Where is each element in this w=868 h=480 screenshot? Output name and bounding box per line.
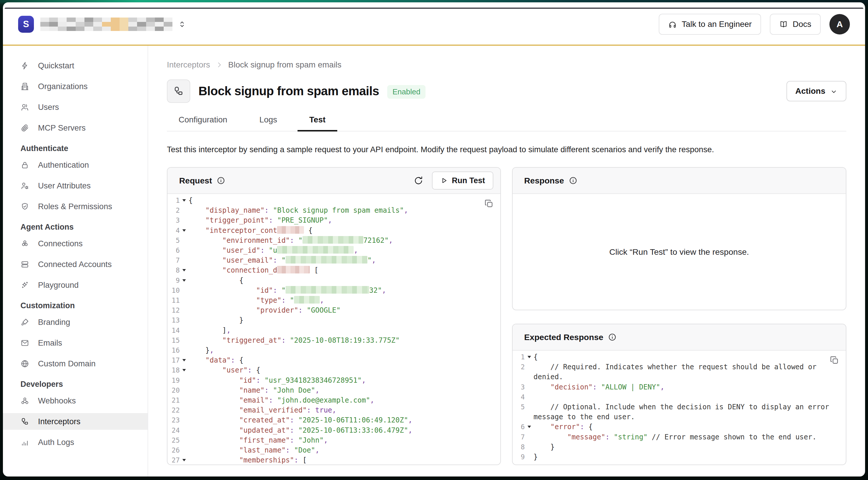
- code-line-22[interactable]: 22 "email_verified": true,: [167, 405, 500, 415]
- sidebar-item-connected-accounts[interactable]: Connected Accounts: [3, 256, 148, 273]
- talk-to-engineer-button[interactable]: Talk to an Engineer: [659, 14, 761, 35]
- breadcrumb-interceptors[interactable]: Interceptors: [167, 60, 210, 69]
- code-line-1[interactable]: 1{: [167, 195, 500, 205]
- sidebar-item-users[interactable]: Users: [3, 99, 148, 116]
- code-line-21[interactable]: 21 "email": "john.doe@example.com",: [167, 395, 500, 405]
- sidebar-item-roles-permissions[interactable]: Roles & Permissions: [3, 198, 148, 215]
- fold-arrow-icon[interactable]: [525, 422, 534, 432]
- code-line-4[interactable]: 4 "interceptor_cont {: [167, 226, 500, 235]
- code-line-9[interactable]: 9 {: [167, 276, 500, 285]
- code-line-15[interactable]: 15 "triggered_at": "2025-10-08T18:19:33.…: [167, 335, 500, 345]
- sidebar-item-quickstart[interactable]: Quickstart: [3, 57, 148, 74]
- docs-button[interactable]: Docs: [770, 14, 820, 35]
- info-icon[interactable]: [608, 333, 617, 342]
- code-line-19[interactable]: 19 "id": "usr_93418238346728951",: [167, 376, 500, 385]
- code-text: {: [534, 352, 846, 362]
- fold-arrow-icon[interactable]: [180, 455, 188, 465]
- run-test-button[interactable]: Run Test: [432, 171, 493, 190]
- sidebar-item-connections[interactable]: Connections: [3, 235, 148, 252]
- fold-arrow-icon[interactable]: [525, 352, 534, 362]
- code-line-7[interactable]: 7 "message": "string" // Error message s…: [513, 432, 846, 442]
- copy-icon[interactable]: [830, 355, 839, 365]
- fold-spacer: [525, 392, 534, 402]
- code-text: "error": {: [534, 422, 846, 432]
- code-line-10[interactable]: 10 "id": "32",: [167, 285, 500, 295]
- code-line-23[interactable]: 23 "created_at": "2025-10-06T11:06:49.12…: [167, 415, 500, 425]
- copy-icon[interactable]: [484, 199, 494, 209]
- fold-arrow-icon[interactable]: [180, 226, 188, 235]
- fold-arrow-icon[interactable]: [180, 265, 188, 275]
- actions-button[interactable]: Actions: [786, 81, 846, 101]
- sidebar-item-label: Authentication: [38, 160, 89, 170]
- code-line-2[interactable]: 2 "display_name": "Block signup from spa…: [167, 205, 500, 215]
- info-icon[interactable]: [569, 176, 578, 185]
- refresh-icon[interactable]: [413, 175, 424, 186]
- code-line-6[interactable]: 6 "error": {: [513, 422, 846, 432]
- code-line-7[interactable]: 7 "user_email": "",: [167, 255, 500, 265]
- code-line-5[interactable]: 5 // Optional. Include when the decision…: [513, 402, 846, 422]
- sidebar-item-branding[interactable]: Branding: [3, 314, 148, 330]
- code-line-14[interactable]: 14 ],: [167, 325, 500, 335]
- sidebar-item-label: Auth Logs: [38, 438, 74, 447]
- sidebar-item-organizations[interactable]: Organizations: [3, 78, 148, 95]
- code-line-27[interactable]: 27 "memberships": [: [167, 455, 500, 465]
- fold-spacer: [180, 325, 188, 335]
- sidebar-item-label: MCP Servers: [38, 123, 86, 133]
- code-line-26[interactable]: 26 "last_name": "Doe",: [167, 445, 500, 455]
- code-line-12[interactable]: 12 "provider": "GOOGLE": [167, 305, 500, 315]
- sidebar-item-custom-domain[interactable]: Custom Domain: [3, 355, 148, 372]
- code-text: "message": "string" // Error message sho…: [534, 432, 846, 442]
- code-line-3[interactable]: 3 "trigger_point": "PRE_SIGNUP",: [167, 215, 500, 225]
- chevrons-up-down-icon[interactable]: [178, 20, 186, 29]
- user-avatar[interactable]: A: [830, 14, 850, 34]
- tab-configuration[interactable]: Configuration: [167, 115, 239, 131]
- code-line-16[interactable]: 16 },: [167, 345, 500, 355]
- tab-logs[interactable]: Logs: [248, 115, 289, 131]
- code-line-1[interactable]: 1{: [513, 352, 846, 362]
- sidebar-item-webhooks[interactable]: Webhooks: [3, 392, 148, 409]
- expected-response-code[interactable]: 1{2 // Required. Indicates whether the r…: [513, 351, 846, 465]
- sidebar-item-authentication[interactable]: Authentication: [3, 157, 148, 173]
- code-line-18[interactable]: 18 "user": {: [167, 365, 500, 375]
- fold-arrow-icon[interactable]: [180, 195, 188, 205]
- code-text: "provider": "GOOGLE": [188, 305, 500, 315]
- code-line-25[interactable]: 25 "first_name": "John",: [167, 435, 500, 445]
- request-code-editor[interactable]: 1{2 "display_name": "Block signup from s…: [167, 194, 500, 465]
- code-text: "user": {: [188, 365, 500, 375]
- sidebar-item-emails[interactable]: Emails: [3, 334, 148, 351]
- line-number: 6: [167, 246, 180, 255]
- code-text: "triggered_at": "2025-10-08T18:19:33.775…: [188, 335, 500, 345]
- code-line-3[interactable]: 3 "decision": "ALLOW | DENY",: [513, 382, 846, 392]
- fold-spacer: [180, 315, 188, 325]
- code-line-11[interactable]: 11 "type": ",: [167, 295, 500, 305]
- code-line-2[interactable]: 2 // Required. Indicates whether the req…: [513, 362, 846, 382]
- org-switcher[interactable]: S: [18, 16, 186, 33]
- code-line-6[interactable]: 6 "user_id": "u,: [167, 246, 500, 255]
- shield-check-icon: [21, 202, 29, 211]
- fold-arrow-icon[interactable]: [180, 355, 188, 365]
- window-frame: S Talk to an Engineer Docs A: [0, 0, 868, 480]
- code-line-4[interactable]: 4: [513, 392, 846, 402]
- sidebar-item-interceptors[interactable]: Interceptors: [3, 413, 148, 430]
- code-line-8[interactable]: 8 }: [513, 442, 846, 452]
- code-line-8[interactable]: 8 "connection_d [: [167, 265, 500, 275]
- fold-arrow-icon[interactable]: [180, 276, 188, 285]
- code-line-17[interactable]: 17 "data": {: [167, 355, 500, 365]
- workspace-logo[interactable]: S: [18, 16, 34, 33]
- line-number: 18: [167, 365, 180, 375]
- sidebar-item-mcp-servers[interactable]: MCP Servers: [3, 120, 148, 136]
- code-line-20[interactable]: 20 "name": "John Doe",: [167, 385, 500, 395]
- fold-arrow-icon[interactable]: [180, 365, 188, 375]
- tab-test[interactable]: Test: [298, 115, 337, 131]
- code-text: "memberships": [: [188, 455, 500, 465]
- code-line-5[interactable]: 5 "environment_id": "72162",: [167, 235, 500, 246]
- code-line-13[interactable]: 13 }: [167, 315, 500, 325]
- code-line-9[interactable]: 9}: [513, 452, 846, 462]
- sidebar-item-auth-logs[interactable]: Auth Logs: [3, 434, 148, 450]
- breadcrumb-current: Block signup from spam emails: [228, 60, 341, 69]
- sidebar-item-playground[interactable]: Playground: [3, 277, 148, 293]
- sidebar-item-user-attributes[interactable]: User Attributes: [3, 177, 148, 194]
- info-icon[interactable]: [217, 176, 225, 185]
- code-line-24[interactable]: 24 "updated_at": "2025-10-06T13:33:06.47…: [167, 425, 500, 435]
- interceptor-icon-box: [167, 79, 190, 103]
